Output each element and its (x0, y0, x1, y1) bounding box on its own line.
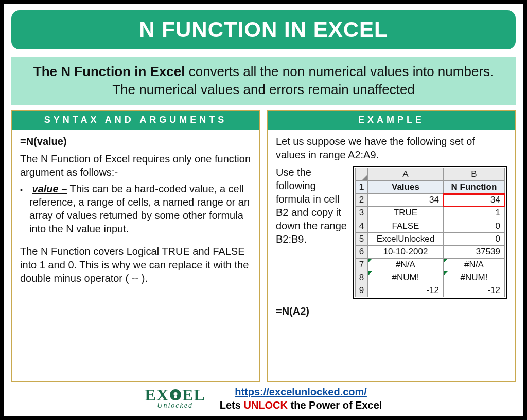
row-number: 6 (356, 245, 368, 258)
argument-name: value – (32, 183, 67, 194)
syntax-header: SYNTAX AND ARGUMENTS (12, 111, 259, 130)
tagline-pre: Lets (220, 399, 244, 411)
excel-table: A B 1 Values N Function 2 34 34 (355, 168, 505, 297)
cell-a7: #N/A (368, 258, 444, 271)
example-side-text: Use the following formula in cell B2 and… (276, 166, 348, 246)
row-number: 4 (356, 220, 368, 232)
cell-b1: N Function (443, 181, 504, 194)
cell-a3: TRUE (368, 207, 444, 220)
syntax-line: =N(value) (20, 135, 251, 148)
cell-b5: 0 (443, 232, 504, 245)
syntax-note: The N Function covers Logical TRUE and F… (20, 245, 251, 285)
cell-a9: -12 (368, 284, 444, 297)
cell-a5: ExcelUnlocked (368, 232, 444, 245)
row-number: 2 (356, 194, 368, 207)
col-header-a: A (368, 168, 444, 181)
syntax-panel: SYNTAX AND ARGUMENTS =N(value) The N Fun… (11, 110, 260, 382)
cell-b4: 0 (443, 220, 504, 232)
example-formula: =N(A2) (276, 304, 507, 318)
cell-b9: -12 (443, 284, 504, 297)
example-panel: EXAMPLE Let us suppose we have the follo… (267, 110, 516, 382)
cell-b7: #N/A (443, 258, 504, 271)
cell-b6: 37539 (443, 245, 504, 258)
select-all-corner (356, 168, 368, 181)
keyhole-icon (170, 389, 181, 400)
cell-a4: FALSE (368, 220, 444, 232)
cell-b2: 34 (443, 194, 504, 207)
cell-b3: 1 (443, 207, 504, 220)
cell-a6: 10-10-2002 (368, 245, 444, 258)
subtitle-bold: The N Function in Excel (33, 64, 185, 79)
cell-a8: #NUM! (368, 271, 444, 284)
row-number: 1 (356, 181, 368, 194)
row-number: 9 (356, 284, 368, 297)
cell-a1: Values (368, 181, 444, 194)
page-title: N FUNCTION IN EXCEL (11, 10, 516, 49)
col-header-b: B (443, 168, 504, 181)
example-header: EXAMPLE (268, 111, 515, 130)
example-intro: Let us suppose we have the following set… (276, 135, 507, 161)
argument-intro: The N Function of Excel requires only on… (20, 152, 251, 179)
logo: EX EL Unlocked (145, 388, 205, 409)
logo-text-bottom: Unlocked (157, 403, 193, 409)
row-number: 8 (356, 271, 368, 284)
row-number: 7 (356, 258, 368, 271)
footer-link[interactable]: https://excelunlocked.com/ (235, 386, 367, 397)
tagline-unlock: UNLOCK (243, 399, 288, 411)
footer-text: https://excelunlocked.com/ Lets UNLOCK t… (220, 385, 382, 412)
excel-table-wrap: A B 1 Values N Function 2 34 34 (353, 166, 507, 299)
argument-item: value – This can be a hard-coded value, … (29, 182, 251, 235)
cell-a2: 34 (368, 194, 444, 207)
logo-text-top: EX (145, 388, 169, 403)
cell-b8: #NUM! (443, 271, 504, 284)
subtitle-banner: The N Function in Excel converts all the… (11, 57, 516, 105)
logo-text-top2: EL (182, 388, 205, 403)
row-number: 5 (356, 232, 368, 245)
row-number: 3 (356, 207, 368, 220)
footer: EX EL Unlocked https://excelunlocked.com… (11, 382, 516, 412)
tagline-post: the Power of Excel (288, 399, 382, 411)
